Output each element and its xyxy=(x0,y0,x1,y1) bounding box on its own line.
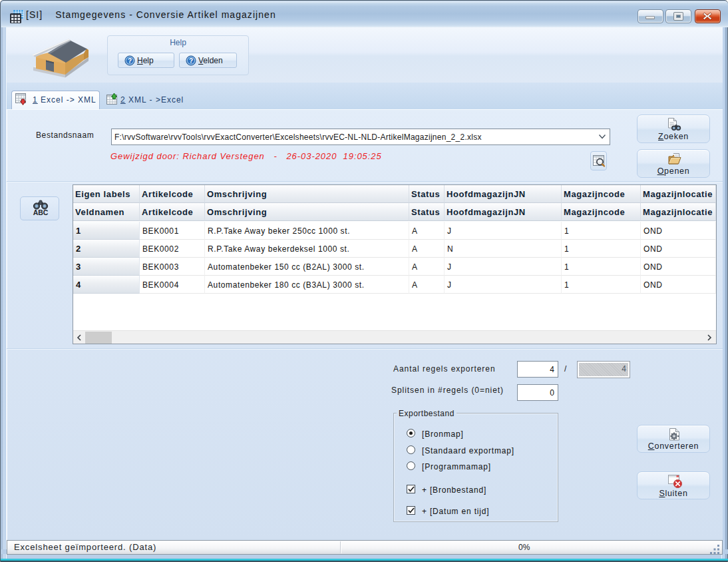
svg-text:?: ? xyxy=(128,57,132,65)
svg-text:ABC: ABC xyxy=(33,208,49,216)
svg-text:?: ? xyxy=(189,57,193,65)
